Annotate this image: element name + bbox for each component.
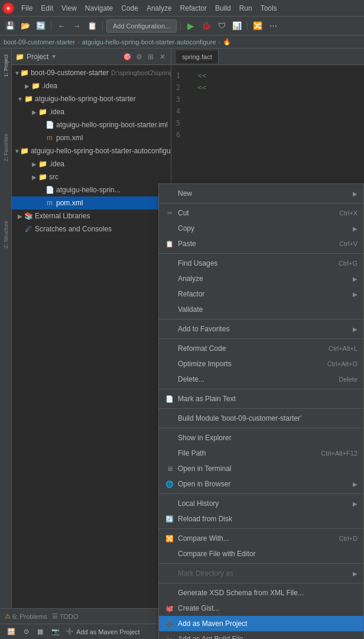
ctx-optimize[interactable]: Optimize Imports Ctrl+Alt+O xyxy=(159,356,363,372)
iml2-icon: 📄 xyxy=(45,185,54,195)
menu-build[interactable]: Build xyxy=(212,3,235,14)
layout-button[interactable]: ▦ xyxy=(35,627,46,636)
tree-item-idea3[interactable]: ▶ 📁 .idea xyxy=(12,157,171,170)
breadcrumb-child[interactable]: atguigu-hello-spring-boot-starter-autoco… xyxy=(82,38,216,46)
menu-run[interactable]: Run xyxy=(236,3,256,14)
ctx-compare-editor[interactable]: Compare File with Editor xyxy=(159,546,363,561)
locate-file-button[interactable]: 🎯 xyxy=(122,52,132,62)
ctx-show-explorer[interactable]: Show in Explorer xyxy=(159,430,363,446)
ctx-add-ant[interactable]: 🐜 Add as Ant Build File... xyxy=(159,631,363,639)
ctx-add-favorites[interactable]: Add to Favorites ▶ xyxy=(159,321,363,337)
recent-files-button[interactable]: 📋 xyxy=(86,20,99,33)
ctx-create-gist[interactable]: 🐙 Create Gist... xyxy=(159,601,363,616)
tree-item-idea2[interactable]: ▶ 📁 .idea xyxy=(12,105,171,118)
breadcrumb-fire: 🔥 xyxy=(223,38,231,46)
ctx-reformat[interactable]: Reformat Code Ctrl+Alt+L xyxy=(159,341,363,356)
back-button[interactable]: ← xyxy=(55,20,68,33)
editor-tab-spring[interactable]: spring.fact xyxy=(176,50,219,63)
menu-view[interactable]: View xyxy=(58,3,80,14)
sidebar-item-project-tab[interactable]: 1: Project xyxy=(2,51,10,80)
camera-button[interactable]: 📷 xyxy=(49,627,62,636)
menu-code[interactable]: Code xyxy=(118,3,142,14)
ctx-build-module[interactable]: Build Module 'boot-09-customer-starter' xyxy=(159,411,363,426)
tree-item-hello-spring[interactable]: ▼ 📁 atguigu-hello-spring-boot-starter xyxy=(12,92,171,105)
close-panel-button[interactable]: ✕ xyxy=(158,52,167,62)
menu-edit[interactable]: Edit xyxy=(37,3,57,14)
tree-item-ext-libs[interactable]: ▶ 📚 External Libraries xyxy=(12,209,171,222)
windows-button[interactable]: 🪟 xyxy=(5,627,18,636)
tree-item-pom1[interactable]: m pom.xml xyxy=(12,131,171,144)
idea1-label: .idea xyxy=(42,82,57,90)
line-num-3: 3 xyxy=(176,93,190,105)
ctx-paste[interactable]: 📋 Paste Ctrl+V xyxy=(159,236,363,251)
problems-status[interactable]: ⚠ 6: Problems xyxy=(5,612,47,620)
tree-item-scratches[interactable]: 🖊 Scratches and Consoles xyxy=(12,222,171,235)
tree-item-src[interactable]: ▶ 📁 src xyxy=(12,170,171,183)
tree-item-iml2[interactable]: 📄 atguigu-hello-sprin... xyxy=(12,183,171,196)
ctx-add-maven[interactable]: ➕ Add as Maven Project xyxy=(159,616,363,631)
menu-analyze[interactable]: Analyze xyxy=(143,3,176,14)
ctx-sep-10 xyxy=(159,563,363,564)
tree-item-autoconfigure[interactable]: ▼ 📁 atguigu-hello-spring-boot-starter-au… xyxy=(12,144,171,157)
ctx-find-usages[interactable]: Find Usages Ctrl+G xyxy=(159,256,363,271)
debug-button[interactable]: 🐞 xyxy=(200,20,213,33)
line-num-1: 1 xyxy=(176,70,190,82)
ctx-mark-plain[interactable]: 📄 Mark as Plain Text xyxy=(159,391,363,406)
ctx-reload-disk[interactable]: 🔄 Reload from Disk xyxy=(159,511,363,527)
menu-file[interactable]: File xyxy=(18,3,36,14)
ctx-new[interactable]: New ▶ xyxy=(159,186,363,201)
code-editor[interactable]: << << xyxy=(195,67,364,143)
open-file-button[interactable]: 📂 xyxy=(19,20,32,33)
expand-button[interactable]: ⊞ xyxy=(146,52,155,62)
ctx-compare-editor-label: Compare File with Editor xyxy=(178,550,255,558)
menu-tools[interactable]: Tools xyxy=(257,3,281,14)
coverage-button[interactable]: 🛡 xyxy=(215,20,228,33)
autoconfigure-icon: 📁 xyxy=(20,146,29,156)
ctx-local-history[interactable]: Local History ▶ xyxy=(159,496,363,511)
vcs-button[interactable]: 🔀 xyxy=(251,20,264,33)
tree-item-pom2[interactable]: m pom.xml xyxy=(12,196,171,209)
sidebar-item-structure-tab[interactable]: Z: Structure xyxy=(2,215,10,254)
sidebar-item-favorites-tab[interactable]: 2: Favorites xyxy=(2,128,10,167)
ctx-refactor[interactable]: Refactor ▶ xyxy=(159,286,363,302)
project-title[interactable]: 📁 Project ▼ xyxy=(15,53,57,61)
ctx-delete[interactable]: Delete... Delete xyxy=(159,372,363,387)
sync-button[interactable]: 🔄 xyxy=(34,20,47,33)
ctx-paste-shortcut: Ctrl+V xyxy=(339,240,358,247)
run-button[interactable]: ▶ xyxy=(184,20,197,33)
ctx-compare-with[interactable]: 🔀 Compare With... Ctrl+D xyxy=(159,531,363,546)
ctx-copy[interactable]: Copy ▶ xyxy=(159,221,363,236)
ctx-generate-xsd[interactable]: Generate XSD Schema from XML File... xyxy=(159,585,363,601)
ctx-open-browser[interactable]: 🌐 Open in Browser ▶ xyxy=(159,476,363,492)
tree-item-idea1[interactable]: ▶ 📁 .idea xyxy=(12,79,171,92)
home-button[interactable]: ⊙ xyxy=(21,627,31,636)
tree-item-root[interactable]: ▼ 📁 boot-09-customer-starter D:\springbo… xyxy=(12,66,171,79)
ctx-validate[interactable]: Validate xyxy=(159,302,363,317)
ctx-copy-arrow: ▶ xyxy=(353,225,358,232)
idea2-icon: 📁 xyxy=(38,107,47,117)
panel-actions: 🎯 ⚙ ⊞ ✕ xyxy=(122,52,167,62)
todo-status[interactable]: ☰ TODO xyxy=(52,612,79,620)
menu-navigate[interactable]: Navigate xyxy=(82,3,116,14)
breadcrumb-root[interactable]: boot-09-customer-starter xyxy=(4,38,75,46)
ctx-reformat-label: Reformat Code xyxy=(178,344,226,353)
ctx-refactor-arrow: ▶ xyxy=(353,291,358,298)
project-dropdown-icon[interactable]: ▼ xyxy=(51,53,57,60)
ctx-validate-icon xyxy=(165,305,174,314)
ctx-analyze-arrow: ▶ xyxy=(353,276,358,282)
profile-button[interactable]: 📊 xyxy=(230,20,243,33)
settings-button[interactable]: ⚙ xyxy=(134,52,144,62)
toolbar-separator-4 xyxy=(247,21,248,31)
ctx-cut[interactable]: ✂ Cut Ctrl+X xyxy=(159,205,363,221)
toolbar-separator-2 xyxy=(102,21,103,31)
more-button[interactable]: ⋯ xyxy=(266,20,280,33)
ctx-open-terminal[interactable]: 🖥 Open in Terminal xyxy=(159,461,363,476)
forward-button[interactable]: → xyxy=(70,20,83,33)
menu-refactor[interactable]: Refactor xyxy=(177,3,210,14)
ctx-history-label: Local History xyxy=(178,499,219,508)
ctx-file-path[interactable]: File Path Ctrl+Alt+F12 xyxy=(159,446,363,461)
save-all-button[interactable]: 💾 xyxy=(4,20,17,33)
add-configuration-button[interactable]: Add Configuration... xyxy=(106,20,177,33)
ctx-analyze[interactable]: Analyze ▶ xyxy=(159,271,363,286)
tree-item-iml[interactable]: 📄 atguigu-hello-spring-boot-starter.iml xyxy=(12,118,171,131)
